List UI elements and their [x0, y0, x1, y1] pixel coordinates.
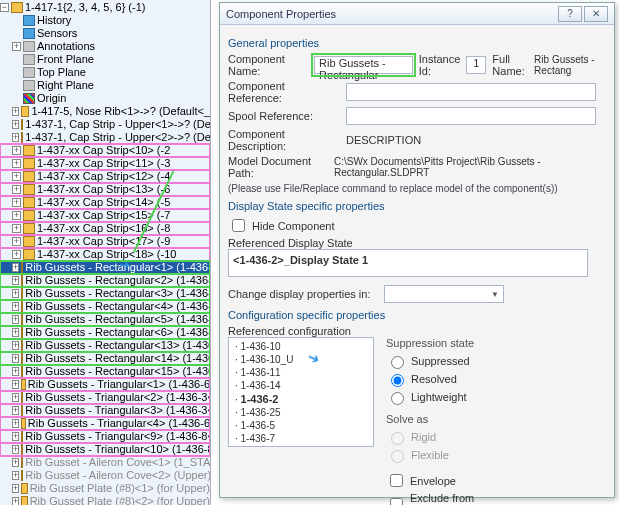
config-list-item[interactable]: · 1-436-2 — [233, 392, 369, 406]
config-list-item[interactable]: · 1-436-14 — [233, 379, 369, 392]
config-list-item[interactable]: · 1-436-11 — [233, 366, 369, 379]
tree-item[interactable]: +Rib Gussets - Triangular<1> (1-436-6 — [0, 378, 210, 391]
tree-item[interactable]: +Rib Gussets - Triangular<3> (1-436-3<<1… — [0, 404, 210, 417]
full-name-value: Rib Gussets - Rectang — [534, 54, 606, 76]
tree-item[interactable]: Front Plane — [0, 53, 210, 66]
radio-lightweight[interactable] — [391, 392, 404, 405]
tree-item[interactable]: +Rib Gussets - Rectangular<14> (1-436-10… — [0, 352, 210, 365]
annotation-arrow-icon: ➔ — [120, 258, 130, 272]
tree-item[interactable]: Origin — [0, 92, 210, 105]
radio-rigid — [391, 432, 404, 445]
config-list-item[interactable]: · 1-436-10_U — [233, 353, 369, 366]
label-spool-reference: Spool Reference: — [228, 110, 340, 122]
label-component-name: Component Name: — [228, 53, 308, 77]
label-model-path: Model Document Path: — [228, 155, 328, 179]
label-component-reference: Component Reference: — [228, 80, 340, 104]
tree-item[interactable]: +Rib Gussets - Triangular<4> (1-436-6 — [0, 417, 210, 430]
tree-item[interactable]: +1-437-xx Cap Strip<15> (-7 — [0, 209, 210, 222]
tree-item[interactable]: +1-437-xx Cap Strip<10> (-2 — [0, 144, 210, 157]
hide-component-checkbox[interactable] — [232, 219, 245, 232]
solve-as-title: Solve as — [386, 413, 490, 425]
tree-item[interactable]: +Rib Gussets - Rectangular<2> (1-436-2<<… — [0, 274, 210, 287]
tree-item[interactable]: Right Plane — [0, 79, 210, 92]
suppression-title: Suppression state — [386, 337, 490, 349]
radio-suppressed[interactable] — [391, 356, 404, 369]
spool-reference-field[interactable] — [346, 107, 596, 125]
component-name-field[interactable]: Rib Gussets - Rectangular — [314, 56, 413, 74]
section-config: Configuration specific properties — [228, 309, 606, 321]
tree-item[interactable]: +Rib Gussets - Rectangular<15> (1-436-11 — [0, 365, 210, 378]
referenced-display-state-label: Referenced Display State — [228, 237, 606, 249]
tree-item[interactable]: +1-437-xx Cap Strip<11> (-3 — [0, 157, 210, 170]
tree-item[interactable]: +1-437-1, Cap Strip - Upper<2>->? (Defau… — [0, 131, 210, 144]
tree-item[interactable]: +1-437-1, Cap Strip - Upper<1>->? (Defau… — [0, 118, 210, 131]
change-display-combo[interactable]: ▼ — [384, 285, 504, 303]
tree-item[interactable]: +1-437-xx Cap Strip<18> (-10 — [0, 248, 210, 261]
tree-item[interactable]: Top Plane — [0, 66, 210, 79]
tree-item[interactable]: +1-437-xx Cap Strip<14> (-5 — [0, 196, 210, 209]
model-path-value: C:\SWx Documents\Pitts Project\Rib Gusse… — [334, 156, 606, 178]
radio-flexible — [391, 450, 404, 463]
label-component-description: Component Description: — [228, 128, 340, 152]
exclude-bom-checkbox[interactable] — [390, 498, 403, 506]
radio-resolved[interactable] — [391, 374, 404, 387]
tree-item[interactable]: +1-437-xx Cap Strip<16> (-8 — [0, 222, 210, 235]
section-display: Display State specific properties — [228, 200, 606, 212]
tree-item[interactable]: +Rib Gussets - Rectangular<1> (1-436-2<<… — [0, 261, 210, 274]
label-instance-id: Instance Id: — [419, 53, 461, 77]
label-full-name: Full Name: — [492, 53, 528, 77]
tree-item[interactable]: +Rib Gusset Plate (#8)<1> (for Upper) — [0, 482, 210, 495]
tree-item[interactable]: +1-437-xx Cap Strip<17> (-9 — [0, 235, 210, 248]
config-list-item[interactable]: · 1-436-7 — [233, 432, 369, 445]
tree-item[interactable]: +Rib Gusset - Aileron Cove<2> (Upper) — [0, 469, 210, 482]
tree-item[interactable]: +1-437-xx Cap Strip<12> (-4 — [0, 170, 210, 183]
tree-item[interactable]: +Rib Gussets - Rectangular<13> (1-436-14 — [0, 339, 210, 352]
tree-item[interactable]: +Rib Gussets - Triangular<2> (1-436-3<<1… — [0, 391, 210, 404]
feature-tree-panel[interactable]: −1-417-1{2, 3, 4, 5, 6} (-1)HistorySenso… — [0, 0, 211, 505]
tree-root[interactable]: −1-417-1{2, 3, 4, 5, 6} (-1) — [0, 1, 210, 14]
tree-item[interactable]: +Rib Gussets - Triangular<10> (1-436-8<<… — [0, 443, 210, 456]
help-icon[interactable]: ? — [558, 6, 582, 22]
referenced-display-state-list[interactable]: <1-436-2>_Display State 1 — [228, 249, 588, 277]
hide-component-label: Hide Component — [252, 220, 335, 232]
tree-item[interactable]: +Rib Gussets - Rectangular<5> (1-436-7 — [0, 313, 210, 326]
component-properties-dialog: Component Properties ? ✕ General propert… — [219, 2, 615, 498]
section-general: General properties — [228, 37, 606, 49]
referenced-config-label: Referenced configuration — [228, 325, 606, 337]
replace-hint: (Please use File/Replace command to repl… — [228, 183, 606, 194]
tree-item[interactable]: +Rib Gussets - Rectangular<3> (1-436-2<<… — [0, 287, 210, 300]
chevron-down-icon: ▼ — [491, 290, 499, 299]
dialog-titlebar[interactable]: Component Properties ? ✕ — [220, 3, 614, 25]
referenced-configuration-list[interactable]: · 1-436-10· 1-436-10_U· 1-436-11· 1-436-… — [228, 337, 374, 447]
tree-item[interactable]: +1-437-xx Cap Strip<13> (-6 — [0, 183, 210, 196]
config-list-item[interactable]: · 1-436-25 — [233, 406, 369, 419]
tree-item[interactable]: +Rib Gussets - Rectangular<4> (1-436-7 — [0, 300, 210, 313]
config-list-item[interactable]: · 1-436-5 — [233, 419, 369, 432]
tree-item[interactable]: +1-417-5, Nose Rib<1>->? (Default<_ — [0, 105, 210, 118]
tree-item[interactable]: +Rib Gussets - Triangular<9> (1-436-8<<1… — [0, 430, 210, 443]
tree-item[interactable]: Sensors — [0, 27, 210, 40]
instance-id-field[interactable]: 1 — [466, 56, 486, 74]
tree-item[interactable]: +Annotations — [0, 40, 210, 53]
envelope-checkbox[interactable] — [390, 474, 403, 487]
change-display-label: Change display properties in: — [228, 288, 378, 300]
dialog-title: Component Properties — [226, 8, 336, 20]
component-description-value: DESCRIPTION — [346, 134, 421, 146]
close-icon[interactable]: ✕ — [584, 6, 608, 22]
referenced-display-state-value: <1-436-2>_Display State 1 — [233, 254, 368, 266]
tree-item[interactable]: +Rib Gussets - Rectangular<6> (1-436-2<<… — [0, 326, 210, 339]
config-list-item[interactable]: · 1-436-10 — [233, 340, 369, 353]
tree-item[interactable]: History — [0, 14, 210, 27]
component-reference-field[interactable] — [346, 83, 596, 101]
tree-item[interactable]: +Rib Gusset - Aileron Cove<1> (1_START H… — [0, 456, 210, 469]
tree-item[interactable]: +Rib Gusset Plate (#8)<2> (for Upper) — [0, 495, 210, 505]
